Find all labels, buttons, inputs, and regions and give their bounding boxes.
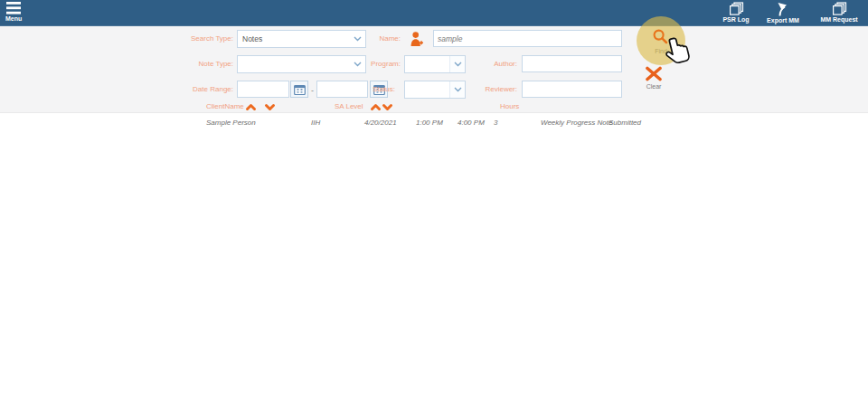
reviewer-input[interactable]	[522, 81, 622, 98]
sort-ascending-icon[interactable]	[245, 103, 257, 111]
note-type-label: Note Type:	[161, 60, 233, 68]
column-header-hours[interactable]: Hours	[500, 102, 519, 110]
chevron-down-icon	[449, 56, 465, 72]
search-type-label: Search Type:	[161, 34, 233, 43]
cell-end-time: 4:00 PM	[458, 119, 485, 127]
name-input[interactable]	[433, 30, 622, 47]
cell-start-time: 1:00 PM	[416, 119, 443, 127]
top-navigation-bar: Menu PSR Log Export MM	[0, 0, 868, 26]
cell-sa-level: IIH	[311, 119, 320, 127]
status-dropdown[interactable]	[404, 81, 466, 99]
pages-icon	[832, 2, 847, 15]
column-header-sa-level[interactable]: SA Level	[335, 102, 363, 110]
status-label: Status:	[350, 85, 395, 93]
chevron-down-icon	[449, 81, 465, 98]
cell-note-type: Weekly Progress Note	[541, 119, 612, 127]
date-range-label: Date Range:	[161, 85, 233, 93]
pages-icon	[729, 2, 744, 15]
export-mm-button[interactable]: Export MM	[758, 2, 808, 24]
x-icon	[645, 66, 663, 81]
sort-descending-icon[interactable]	[382, 103, 393, 111]
date-from-input[interactable]	[237, 81, 289, 98]
program-dropdown[interactable]	[404, 55, 466, 73]
calendar-icon[interactable]	[290, 81, 308, 98]
date-range-separator: -	[311, 86, 314, 95]
name-label: Name:	[355, 34, 401, 43]
sort-descending-icon[interactable]	[264, 103, 276, 111]
program-label: Program:	[355, 60, 401, 68]
mm-request-label: MM Request	[820, 16, 857, 23]
cell-hours: 3	[494, 119, 497, 127]
search-type-value: Notes	[238, 34, 350, 43]
cell-client-name: Sample Person	[206, 119, 256, 127]
psr-log-label: PSR Log	[722, 16, 749, 23]
author-label: Author:	[472, 60, 517, 68]
hamburger-icon	[5, 2, 22, 14]
export-arrow-icon	[776, 2, 790, 16]
table-row[interactable]: Sample Person IIH 4/20/2021 1:00 PM 4:00…	[190, 116, 678, 130]
author-input[interactable]	[522, 55, 622, 72]
cell-status: Submitted	[609, 119, 641, 127]
mm-request-button[interactable]: MM Request	[812, 2, 866, 23]
find-label: Find	[655, 48, 667, 54]
menu-label: Menu	[5, 15, 22, 22]
reviewer-label: Reviewer:	[472, 85, 517, 93]
cell-date: 4/20/2021	[364, 119, 397, 127]
person-icon	[410, 31, 424, 47]
sort-ascending-icon[interactable]	[370, 103, 382, 111]
menu-button[interactable]: Menu	[5, 2, 22, 22]
note-type-dropdown[interactable]	[237, 55, 366, 73]
column-header-clientname[interactable]: ClientName	[206, 102, 244, 110]
psr-log-button[interactable]: PSR Log	[711, 2, 761, 23]
search-type-dropdown[interactable]: Notes	[237, 30, 366, 48]
export-mm-label: Export MM	[767, 17, 799, 24]
clear-button[interactable]: Clear	[636, 66, 672, 90]
magnifier-icon[interactable]	[652, 28, 670, 46]
clear-label: Clear	[646, 83, 662, 90]
